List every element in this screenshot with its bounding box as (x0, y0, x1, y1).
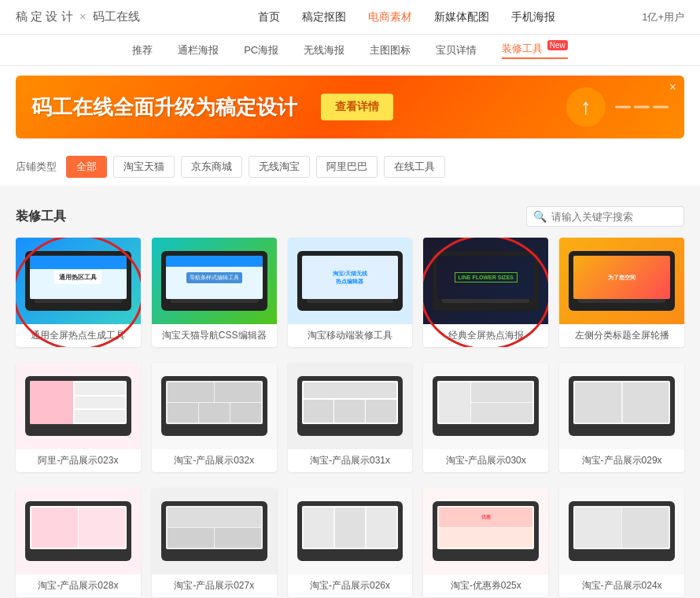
section-header: 装修工具 🔍 (16, 206, 684, 227)
product-thumb-8 (288, 488, 413, 574)
product-thumb-4 (423, 363, 548, 449)
filter-alibaba[interactable]: 阿里巴巴 (316, 156, 378, 178)
product-item-4[interactable]: 淘宝-产品展示030x (423, 363, 548, 472)
products-grid-1: 阿里-产品展示023x (16, 363, 684, 472)
banner-cta-button[interactable]: 查看详情 (321, 94, 393, 120)
sub-nav-mobile[interactable]: 无线海报 (304, 43, 344, 57)
product-item-9[interactable]: 优惠 淘宝-优惠券025x (423, 488, 548, 597)
tool-label-1: 通用全屏热点生成工具 (16, 324, 141, 347)
section-title: 装修工具 (16, 209, 66, 225)
sub-nav-detail[interactable]: 宝贝详情 (436, 43, 477, 57)
nav-mobile[interactable]: 手机海报 (511, 10, 555, 24)
product-label-6: 淘宝-产品展示028x (16, 574, 141, 597)
tool-label-3: 淘宝移动端装修工具 (288, 324, 413, 347)
sub-nav-pc[interactable]: PC海报 (244, 43, 278, 57)
product-item-5[interactable]: 淘宝-产品展示029x (559, 363, 684, 472)
product-thumb-9: 优惠 (423, 488, 548, 574)
nav-home[interactable]: 首页 (258, 10, 280, 24)
new-badge: New (547, 40, 568, 50)
search-box: 🔍 (526, 206, 684, 227)
product-item-2[interactable]: 淘宝-产品展示032x (152, 363, 277, 472)
product-label-10: 淘宝-产品展示024x (559, 574, 684, 597)
product-thumb-2 (152, 363, 277, 449)
sub-nav-banner[interactable]: 通栏海报 (178, 43, 219, 57)
product-label-7: 淘宝-产品展示027x (152, 574, 277, 597)
tool-label-4: 经典全屏热点海报 (423, 324, 548, 347)
tool-item-4[interactable]: LINE FLOWER SIZES 经典全屏热点海报 (423, 238, 548, 347)
tool-item-3[interactable]: 淘宝/天猫无线热点编辑器 淘宝移动端装修工具 (288, 238, 413, 347)
top-nav-links: 首页 稿定抠图 电商素材 新媒体配图 手机海报 (171, 10, 643, 24)
top-nav: 稿 定 设 计 × 码工在线 首页 稿定抠图 电商素材 新媒体配图 手机海报 1… (0, 0, 700, 35)
banner-close-button[interactable]: × (669, 80, 676, 94)
product-thumb-3 (288, 363, 413, 449)
tool-thumb-3: 淘宝/天猫无线热点编辑器 (288, 238, 413, 324)
product-thumb-1 (16, 363, 141, 449)
product-item-8[interactable]: 淘宝-产品展示026x (288, 488, 413, 597)
product-item-6[interactable]: 淘宝-产品展示028x (16, 488, 141, 597)
filter-taobao-tmall[interactable]: 淘宝天猫 (113, 156, 175, 178)
product-label-2: 淘宝-产品展示032x (152, 449, 277, 472)
search-input[interactable] (551, 211, 677, 223)
nav-newmedia[interactable]: 新媒体配图 (434, 10, 489, 24)
product-label-4: 淘宝-产品展示030x (423, 449, 548, 472)
banner-lines (615, 106, 669, 109)
filter-jd[interactable]: 京东商城 (181, 156, 242, 178)
tool-thumb-4: LINE FLOWER SIZES (423, 238, 548, 324)
product-item-1[interactable]: 阿里-产品展示023x (16, 363, 141, 472)
product-label-3: 淘宝-产品展示031x (288, 449, 413, 472)
logo: 稿 定 设 计 × 码工在线 (16, 9, 140, 24)
sub-nav-decoration[interactable]: 装修工具 New (502, 41, 568, 59)
banner-decoration: ↑ (566, 87, 606, 127)
product-item-10[interactable]: 淘宝-产品展示024x (559, 488, 684, 597)
filter-all[interactable]: 全部 (66, 156, 107, 178)
tool-thumb-5: 为了您空间 (559, 238, 684, 324)
products-grid-2: 淘宝-产品展示028x 淘宝-产品展示027x (16, 488, 684, 597)
tool-thumb-1: 通用热区工具 (16, 238, 141, 324)
filter-online[interactable]: 在线工具 (384, 156, 445, 178)
product-item-3[interactable]: 淘宝-产品展示031x (288, 363, 413, 472)
banner-text: 码工在线全面升级为稿定设计 (31, 94, 297, 121)
sub-nav: 推荐 通栏海报 PC海报 无线海报 主图图标 宝贝详情 装修工具 New (0, 35, 700, 66)
tool-item-5[interactable]: 为了您空间 左侧分类标题全屏轮播 (559, 238, 684, 347)
banner-wrap: 码工在线全面升级为稿定设计 查看详情 ↑ × (0, 66, 700, 148)
filter-label: 店铺类型 (16, 160, 57, 174)
product-item-7[interactable]: 淘宝-产品展示027x (152, 488, 277, 597)
tool-item-1[interactable]: 通用热区工具 通用全屏热点生成工具 (16, 238, 141, 347)
product-thumb-5 (559, 363, 684, 449)
tool-item-2[interactable]: 导航条样式编辑工具 淘宝天猫导航CSS编辑器 (152, 238, 277, 347)
tool-label-2: 淘宝天猫导航CSS编辑器 (152, 324, 277, 347)
product-label-1: 阿里-产品展示023x (16, 449, 141, 472)
product-thumb-6 (16, 488, 141, 574)
filter-bar: 店铺类型 全部 淘宝天猫 京东商城 无线淘宝 阿里巴巴 在线工具 (0, 148, 700, 186)
search-icon: 🔍 (533, 210, 547, 223)
filter-wireless[interactable]: 无线淘宝 (249, 156, 310, 178)
product-label-9: 淘宝-优惠券025x (423, 574, 548, 597)
main-content: 装修工具 🔍 通用热区工具 通用全屏热点生成工具 (0, 194, 700, 598)
banner: 码工在线全面升级为稿定设计 查看详情 ↑ × (16, 76, 684, 138)
tool-thumb-2: 导航条样式编辑工具 (152, 238, 277, 324)
product-label-8: 淘宝-产品展示026x (288, 574, 413, 597)
sub-nav-recommend[interactable]: 推荐 (132, 43, 153, 57)
tool-label-5: 左侧分类标题全屏轮播 (559, 324, 684, 347)
sub-nav-icon[interactable]: 主图图标 (370, 43, 411, 57)
user-count: 1亿+用户 (642, 10, 684, 24)
product-thumb-10 (559, 488, 684, 574)
product-label-5: 淘宝-产品展示029x (559, 449, 684, 472)
product-thumb-7 (152, 488, 277, 574)
nav-cutout[interactable]: 稿定抠图 (302, 10, 346, 24)
tools-grid: 通用热区工具 通用全屏热点生成工具 导航条样式编辑工具 淘宝天猫导航CSS编辑器 (16, 238, 684, 347)
nav-ecommerce[interactable]: 电商素材 (368, 10, 412, 24)
